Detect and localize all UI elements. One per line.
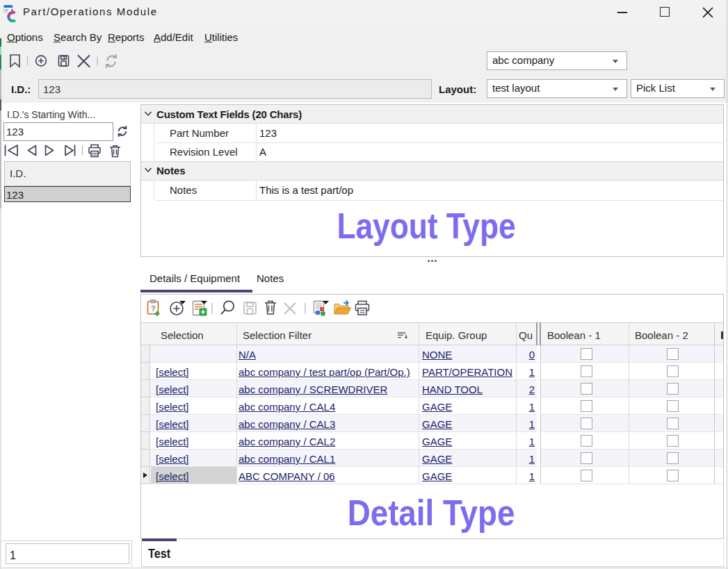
svg-text:?: ? [151,304,156,313]
